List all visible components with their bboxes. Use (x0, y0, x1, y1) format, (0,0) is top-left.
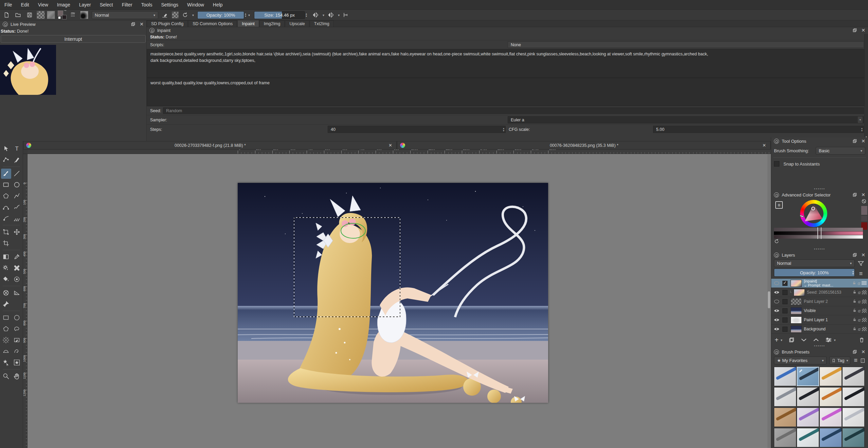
calligraphy-tool-icon[interactable] (12, 155, 22, 165)
layer-checkbox[interactable] (782, 327, 788, 332)
layer-inherit-alpha-icon[interactable] (862, 309, 867, 313)
polygon-tool-icon[interactable] (1, 191, 11, 201)
zoom-tool-icon[interactable] (1, 371, 11, 381)
float-docker-icon[interactable] (852, 192, 857, 197)
layer-row-2[interactable]: └Seed: 2085156153α (771, 288, 868, 297)
open-document-icon[interactable] (13, 11, 23, 19)
layer-inherit-alpha-icon[interactable] (862, 299, 867, 304)
close-tab-icon[interactable]: ✕ (387, 143, 394, 148)
brush-preset-15[interactable] (819, 428, 842, 447)
layer-hidden-icon[interactable] (773, 299, 781, 304)
docker-lock-icon[interactable] (774, 253, 779, 258)
contiguous-select-tool-icon[interactable] (1, 335, 11, 345)
layer-inherit-alpha-icon[interactable] (862, 327, 867, 331)
eraser-mode-icon[interactable] (160, 11, 170, 19)
brush-detail-view-icon[interactable] (860, 358, 865, 363)
layer-lock-icon[interactable] (852, 308, 857, 314)
layer-row-6[interactable]: Backgroundα (771, 325, 868, 334)
opacity-spin[interactable]: ▴▾ (245, 13, 246, 17)
gradient-chooser[interactable] (37, 11, 45, 19)
star-select-tool-icon[interactable] (1, 358, 11, 368)
refresh-colors-icon[interactable] (774, 239, 779, 244)
brush-preset-list-icon[interactable] (68, 11, 78, 19)
layer-visible-icon[interactable] (773, 308, 781, 313)
reference-images-tool-icon[interactable] (1, 299, 11, 309)
brush-preset-3[interactable] (819, 367, 842, 386)
ellipse-tool-icon[interactable] (12, 180, 22, 190)
mirror-horizontal-icon[interactable] (310, 11, 321, 19)
gradient-tool-icon[interactable] (1, 252, 11, 262)
menu-settings[interactable]: Settings (157, 0, 183, 10)
float-docker-icon[interactable] (852, 349, 857, 354)
enclose-fill-tool-icon[interactable] (12, 274, 22, 285)
brush-preset-7[interactable] (819, 387, 842, 407)
brush-preset-11[interactable] (819, 408, 842, 427)
float-docker-icon[interactable] (852, 139, 857, 143)
reload-caret-icon[interactable]: ▾ (192, 13, 194, 17)
close-docker-icon[interactable]: ✕ (861, 349, 865, 354)
snap-to-assistants-checkbox[interactable] (774, 161, 779, 167)
tag-button[interactable]: Tag▾ (829, 357, 850, 364)
size-spin[interactable]: ▴▾ (306, 13, 307, 17)
menu-filter[interactable]: Filter (117, 0, 137, 10)
sampler-dropdown[interactable]: Euler a▾ (508, 116, 864, 123)
smart-patch-tool-icon[interactable] (12, 263, 22, 273)
layer-lock-icon[interactable] (852, 326, 857, 332)
assistants-tool-icon[interactable] (1, 288, 11, 298)
fg-bg-colors[interactable] (58, 11, 67, 19)
layer-lock-icon[interactable] (852, 280, 856, 286)
brush-tag-dropdown[interactable]: ★ My Favorites▾ (774, 357, 827, 364)
ellipse-select-tool-icon[interactable] (12, 313, 22, 323)
brush-preset-6[interactable] (797, 387, 819, 407)
document-tab-2[interactable]: 00076-3620848235.png (35.3 MiB) *✕ (397, 141, 771, 150)
layer-row-5[interactable]: Paint Layer 1α (771, 315, 868, 325)
tab-txt2img[interactable]: Txt2Img (310, 20, 334, 27)
add-layer-button[interactable]: +▾ (775, 336, 782, 344)
layer-checkbox[interactable] (782, 290, 788, 295)
scripts-dropdown[interactable]: None (508, 41, 864, 48)
preserve-alpha-icon[interactable] (172, 12, 179, 18)
close-docker-icon[interactable]: ✕ (861, 28, 865, 33)
interrupt-button[interactable]: Interrupt (1, 35, 146, 43)
layer-visible-icon[interactable] (773, 290, 781, 295)
seed-input[interactable]: Random (163, 107, 864, 114)
brush-preset-4[interactable] (842, 367, 865, 386)
reload-preset-icon[interactable] (180, 11, 190, 19)
pan-tool-icon[interactable] (12, 371, 22, 381)
canvas-image[interactable] (238, 183, 548, 403)
prompt-textarea[interactable]: masterpiece,best quality,very aesthetic,… (147, 49, 868, 78)
layer-hidden-icon[interactable] (773, 281, 781, 286)
tab-upscale[interactable]: Upscale (285, 20, 309, 27)
recent-color-swatch[interactable] (861, 216, 867, 221)
layer-alpha-icon[interactable]: α (858, 308, 861, 313)
opacity-caret-icon[interactable]: ▾ (248, 13, 250, 17)
layer-lock-icon[interactable] (852, 299, 857, 305)
layer-row-4[interactable]: Visibleα (771, 306, 868, 315)
layer-lock-icon[interactable] (852, 290, 857, 295)
close-tab-icon[interactable]: ✕ (761, 143, 767, 148)
move-layer-up-button[interactable] (813, 338, 819, 342)
polygon-select-tool-icon[interactable] (1, 324, 11, 334)
brush-preset-9[interactable] (774, 408, 796, 427)
layer-menu-icon[interactable]: ≡ (856, 270, 865, 277)
brush-preset-2[interactable] (797, 367, 819, 386)
float-docker-icon[interactable] (131, 22, 135, 27)
mirror-h-caret-icon[interactable]: ▾ (323, 13, 324, 17)
layer-alpha-icon[interactable]: α (858, 290, 861, 295)
layer-inherit-alpha-icon[interactable] (862, 281, 867, 285)
menu-view[interactable]: View (34, 0, 53, 10)
canvas-vertical-scrollbar[interactable] (767, 154, 771, 448)
canvas-viewport[interactable] (28, 154, 771, 448)
no-color-icon[interactable] (861, 199, 867, 204)
layer-inherit-alpha-icon[interactable] (862, 318, 867, 322)
save-icon[interactable] (24, 11, 35, 19)
docker-lock-icon[interactable] (774, 139, 779, 144)
transform-tool-icon[interactable] (1, 227, 11, 237)
tab-img2img[interactable]: Img2Img (259, 20, 285, 27)
crop-tool-icon[interactable] (1, 238, 11, 248)
size-slider[interactable]: Size: 154.46 px (254, 11, 305, 19)
menu-layer[interactable]: Layer (75, 0, 95, 10)
docker-resize-handle[interactable]: •••••• (771, 345, 868, 348)
select-shapes-tool-icon[interactable] (1, 144, 11, 154)
polyline-tool-icon[interactable] (12, 191, 22, 201)
